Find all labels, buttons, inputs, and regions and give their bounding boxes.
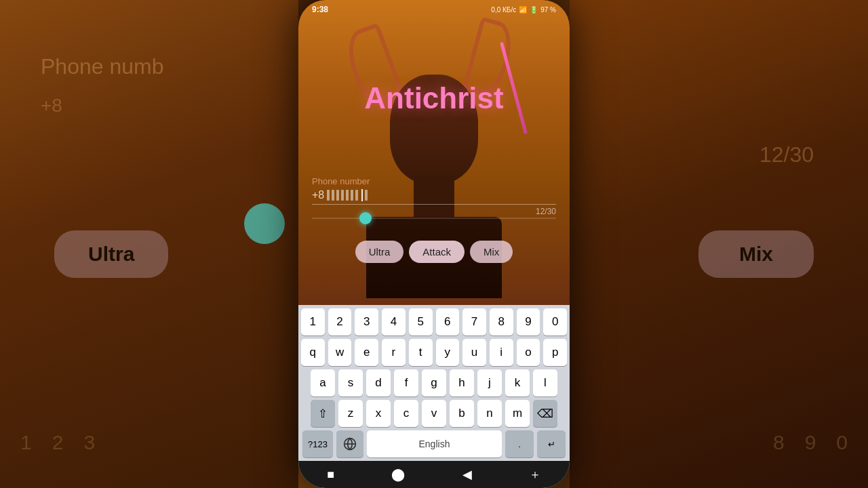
app-title: Antichrist [364,81,503,115]
key-g[interactable]: g [422,369,446,396]
side-phone-label: Phone numb [41,54,163,79]
key-c[interactable]: c [394,400,418,427]
status-right: 0,0 КБ/с 📶 🔋 97 % [491,6,556,14]
phone-bar [336,190,339,201]
nav-square[interactable]: ■ [327,468,334,482]
phone-bar [355,190,358,201]
battery-icon: 🔋 [530,6,538,14]
key-b[interactable]: b [450,400,474,427]
keyboard-number-row: 1 2 3 4 5 6 7 8 9 0 [298,305,570,336]
side-ultra-button: Ultra [54,230,168,278]
key-p[interactable]: p [543,339,567,366]
side-counter: 12/30 [760,142,814,167]
key-l[interactable]: l [533,369,557,396]
slider-dot[interactable] [359,212,372,224]
key-5[interactable]: 5 [409,308,433,336]
data-rate: 0,0 КБ/с [491,6,516,14]
phone-bar [351,190,353,201]
phone-input-row[interactable]: +8 12/30 [312,189,556,205]
bg-left-panel: Phone numb +8 Ultra 123 [0,0,298,488]
symbols-key[interactable]: ?123 [302,430,333,458]
key-t[interactable]: t [409,339,433,366]
key-w[interactable]: w [328,339,352,366]
phone-frame: 9:38 0,0 КБ/с 📶 🔋 97 % Antichrist Phone … [298,0,570,488]
key-d[interactable]: d [366,369,391,396]
nav-plus[interactable]: ＋ [529,466,541,483]
input-section: Phone number +8 12/30 [298,176,570,221]
key-x[interactable]: x [366,400,391,427]
period-key[interactable]: . [505,430,534,458]
key-f[interactable]: f [394,369,418,396]
key-q[interactable]: q [301,339,325,366]
keyboard-row-2: a s d f g h j k l [298,366,570,396]
phone-bar [327,190,330,201]
key-i[interactable]: i [490,339,513,366]
slider-line [312,218,556,219]
enter-key[interactable]: ↵ [537,430,566,458]
phone-bar [341,190,344,201]
key-e[interactable]: e [355,339,378,366]
key-0[interactable]: 0 [543,308,567,336]
key-a[interactable]: a [311,369,335,396]
keyboard-row-3: ⇧ z x c v b n m ⌫ [298,396,570,427]
mix-button[interactable]: Mix [470,241,513,263]
key-k[interactable]: k [505,369,530,396]
key-6[interactable]: 6 [436,308,460,336]
spacebar[interactable]: English [367,430,502,458]
battery-level: 97 % [540,6,556,14]
key-v[interactable]: v [422,400,446,427]
phone-bar [365,190,368,201]
globe-key[interactable] [336,430,363,458]
shift-key[interactable]: ⇧ [311,400,335,427]
signal-icon: 📶 [519,6,527,14]
key-7[interactable]: 7 [462,308,486,336]
key-n[interactable]: n [477,400,502,427]
side-mix-button: Mix [698,230,814,278]
nav-bar: ■ ⬤ ◀ ＋ [298,461,570,488]
key-m[interactable]: m [505,400,530,427]
key-z[interactable]: z [338,400,363,427]
action-buttons: Ultra Attack Mix [298,241,570,263]
key-h[interactable]: h [450,369,474,396]
key-r[interactable]: r [382,339,406,366]
slider-row[interactable] [312,216,556,221]
ultra-button[interactable]: Ultra [355,241,404,263]
status-bar: 9:38 0,0 КБ/с 📶 🔋 97 % [298,0,570,19]
key-8[interactable]: 8 [490,308,513,336]
key-1[interactable]: 1 [301,308,325,336]
phone-bar [332,190,334,201]
key-2[interactable]: 2 [328,308,352,336]
status-time: 9:38 [312,5,328,14]
keyboard-row-1: q w e r t y u i o p [298,336,570,366]
key-3[interactable]: 3 [355,308,378,336]
key-9[interactable]: 9 [517,308,540,336]
bg-right-panel: 12/30 Mix 890 [570,0,868,488]
key-o[interactable]: o [517,339,540,366]
attack-button[interactable]: Attack [409,241,465,263]
phone-cursor [361,189,363,201]
phone-bars [327,189,556,201]
nav-home[interactable]: ⬤ [391,467,405,482]
side-kbd-numbers-right: 890 [773,431,848,454]
key-j[interactable]: j [477,369,502,396]
keyboard-bottom-row: ?123 English . ↵ [298,427,570,460]
key-s[interactable]: s [338,369,363,396]
side-kbd-numbers-left: 123 [20,431,95,454]
key-u[interactable]: u [462,339,486,366]
nav-back[interactable]: ◀ [462,467,472,482]
backspace-key[interactable]: ⌫ [533,400,557,427]
phone-bar [346,190,349,201]
phone-input-label: Phone number [312,176,556,186]
phone-prefix: +8 [312,189,324,201]
key-y[interactable]: y [436,339,460,366]
char-counter: 12/30 [536,207,556,216]
key-4[interactable]: 4 [382,308,406,336]
teal-blob [244,203,285,244]
side-phone-value: +8 [41,95,62,117]
